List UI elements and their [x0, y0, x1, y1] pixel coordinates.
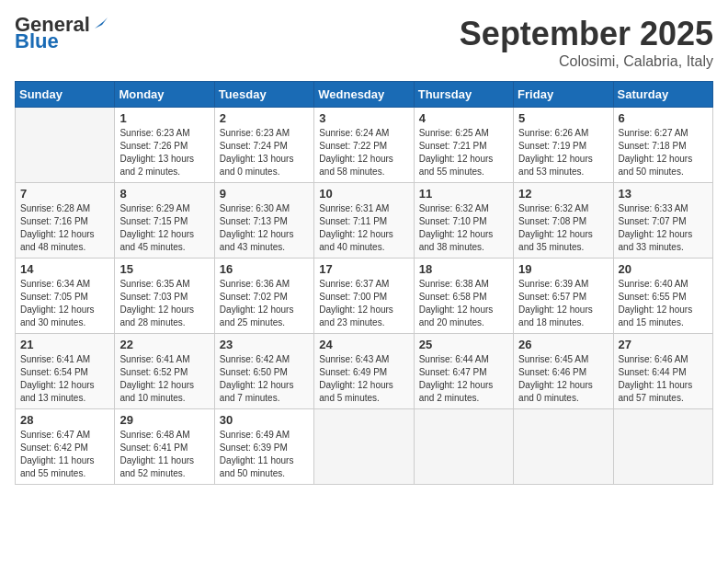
calendar-cell: 17Sunrise: 6:37 AMSunset: 7:00 PMDayligh… [314, 259, 414, 334]
day-info: Sunrise: 6:38 AMSunset: 6:58 PMDaylight:… [419, 278, 508, 329]
weekday-header: Saturday [613, 82, 712, 108]
day-info: Sunrise: 6:43 AMSunset: 6:49 PMDaylight:… [319, 353, 408, 405]
day-info: Sunrise: 6:46 AMSunset: 6:44 PMDaylight:… [619, 353, 708, 405]
calendar-cell: 6Sunrise: 6:27 AMSunset: 7:18 PMDaylight… [613, 108, 712, 183]
day-number: 11 [419, 187, 508, 201]
day-number: 8 [119, 187, 209, 201]
day-number: 23 [220, 338, 309, 351]
day-number: 15 [119, 262, 209, 276]
day-number: 28 [20, 413, 109, 427]
day-number: 18 [419, 262, 508, 276]
day-number: 9 [220, 187, 309, 201]
location-title: Colosimi, Calabria, Italy [460, 53, 713, 70]
day-number: 6 [619, 111, 708, 125]
day-info: Sunrise: 6:34 AMSunset: 7:05 PMDaylight:… [20, 278, 109, 329]
calendar-table: SundayMondayTuesdayWednesdayThursdayFrid… [15, 81, 713, 485]
calendar-cell: 23Sunrise: 6:42 AMSunset: 6:50 PMDayligh… [214, 334, 313, 409]
day-info: Sunrise: 6:23 AMSunset: 7:26 PMDaylight:… [119, 127, 209, 178]
day-number: 2 [220, 111, 309, 125]
calendar-cell: 16Sunrise: 6:36 AMSunset: 7:02 PMDayligh… [214, 259, 313, 334]
day-number: 26 [518, 338, 608, 351]
weekday-header: Wednesday [314, 82, 414, 108]
day-number: 19 [518, 262, 608, 276]
page-header: General Blue September 2025 Colosimi, Ca… [15, 15, 713, 70]
weekday-header: Tuesday [214, 82, 313, 108]
day-info: Sunrise: 6:48 AMSunset: 6:41 PMDaylight:… [119, 429, 209, 480]
calendar-cell: 22Sunrise: 6:41 AMSunset: 6:52 PMDayligh… [115, 334, 214, 409]
calendar-cell: 27Sunrise: 6:46 AMSunset: 6:44 PMDayligh… [613, 334, 712, 409]
day-number: 22 [119, 338, 209, 351]
day-info: Sunrise: 6:41 AMSunset: 6:54 PMDaylight:… [20, 353, 109, 405]
day-number: 14 [20, 262, 109, 276]
calendar-cell: 15Sunrise: 6:35 AMSunset: 7:03 PMDayligh… [115, 259, 214, 334]
calendar-cell [414, 409, 513, 485]
weekday-header: Monday [115, 82, 214, 108]
calendar-cell: 4Sunrise: 6:25 AMSunset: 7:21 PMDaylight… [414, 108, 513, 183]
day-number: 12 [518, 187, 608, 201]
day-info: Sunrise: 6:44 AMSunset: 6:47 PMDaylight:… [419, 353, 508, 405]
calendar-cell: 3Sunrise: 6:24 AMSunset: 7:22 PMDaylight… [314, 108, 414, 183]
calendar-cell [514, 409, 613, 485]
title-block: September 2025 Colosimi, Calabria, Italy [460, 15, 713, 70]
day-number: 17 [319, 262, 408, 276]
calendar-week-row: 28Sunrise: 6:47 AMSunset: 6:42 PMDayligh… [16, 409, 713, 485]
day-number: 7 [20, 187, 109, 201]
svg-marker-0 [95, 17, 108, 29]
day-number: 13 [619, 187, 708, 201]
day-number: 4 [419, 111, 508, 125]
day-info: Sunrise: 6:39 AMSunset: 6:57 PMDaylight:… [518, 278, 608, 329]
calendar-week-row: 7Sunrise: 6:28 AMSunset: 7:16 PMDaylight… [16, 183, 713, 259]
day-number: 29 [119, 413, 209, 427]
calendar-cell: 12Sunrise: 6:32 AMSunset: 7:08 PMDayligh… [514, 183, 613, 259]
calendar-cell: 30Sunrise: 6:49 AMSunset: 6:39 PMDayligh… [214, 409, 313, 485]
day-info: Sunrise: 6:47 AMSunset: 6:42 PMDaylight:… [20, 429, 109, 480]
day-info: Sunrise: 6:49 AMSunset: 6:39 PMDaylight:… [220, 429, 309, 480]
calendar-cell: 28Sunrise: 6:47 AMSunset: 6:42 PMDayligh… [16, 409, 115, 485]
day-info: Sunrise: 6:28 AMSunset: 7:16 PMDaylight:… [20, 202, 109, 254]
day-info: Sunrise: 6:45 AMSunset: 6:46 PMDaylight:… [518, 353, 608, 405]
day-info: Sunrise: 6:26 AMSunset: 7:19 PMDaylight:… [518, 127, 608, 178]
day-info: Sunrise: 6:33 AMSunset: 7:07 PMDaylight:… [619, 202, 708, 254]
calendar-cell [314, 409, 414, 485]
day-number: 1 [119, 111, 209, 125]
day-number: 27 [619, 338, 708, 351]
day-number: 21 [20, 338, 109, 351]
calendar-cell: 18Sunrise: 6:38 AMSunset: 6:58 PMDayligh… [414, 259, 513, 334]
day-number: 24 [319, 338, 408, 351]
day-info: Sunrise: 6:32 AMSunset: 7:08 PMDaylight:… [518, 202, 608, 254]
day-info: Sunrise: 6:29 AMSunset: 7:15 PMDaylight:… [119, 202, 209, 254]
calendar-cell [16, 108, 115, 183]
day-info: Sunrise: 6:23 AMSunset: 7:24 PMDaylight:… [220, 127, 309, 178]
day-number: 3 [319, 111, 408, 125]
calendar-cell [613, 409, 712, 485]
day-info: Sunrise: 6:32 AMSunset: 7:10 PMDaylight:… [419, 202, 508, 254]
day-info: Sunrise: 6:31 AMSunset: 7:11 PMDaylight:… [319, 202, 408, 254]
logo-bird-icon [91, 16, 108, 32]
calendar-cell: 21Sunrise: 6:41 AMSunset: 6:54 PMDayligh… [16, 334, 115, 409]
day-info: Sunrise: 6:35 AMSunset: 7:03 PMDaylight:… [119, 278, 209, 329]
calendar-week-row: 1Sunrise: 6:23 AMSunset: 7:26 PMDaylight… [16, 108, 713, 183]
calendar-cell: 9Sunrise: 6:30 AMSunset: 7:13 PMDaylight… [214, 183, 313, 259]
day-info: Sunrise: 6:37 AMSunset: 7:00 PMDaylight:… [319, 278, 408, 329]
day-info: Sunrise: 6:25 AMSunset: 7:21 PMDaylight:… [419, 127, 508, 178]
day-info: Sunrise: 6:41 AMSunset: 6:52 PMDaylight:… [119, 353, 209, 405]
day-number: 5 [518, 111, 608, 125]
day-number: 25 [419, 338, 508, 351]
day-number: 20 [619, 262, 708, 276]
calendar-cell: 10Sunrise: 6:31 AMSunset: 7:11 PMDayligh… [314, 183, 414, 259]
weekday-header: Friday [514, 82, 613, 108]
calendar-cell: 7Sunrise: 6:28 AMSunset: 7:16 PMDaylight… [16, 183, 115, 259]
day-info: Sunrise: 6:24 AMSunset: 7:22 PMDaylight:… [319, 127, 408, 178]
month-title: September 2025 [460, 15, 713, 53]
day-number: 16 [220, 262, 309, 276]
calendar-cell: 26Sunrise: 6:45 AMSunset: 6:46 PMDayligh… [514, 334, 613, 409]
calendar-cell: 8Sunrise: 6:29 AMSunset: 7:15 PMDaylight… [115, 183, 214, 259]
calendar-week-row: 14Sunrise: 6:34 AMSunset: 7:05 PMDayligh… [16, 259, 713, 334]
day-info: Sunrise: 6:40 AMSunset: 6:55 PMDaylight:… [619, 278, 708, 329]
calendar-cell: 25Sunrise: 6:44 AMSunset: 6:47 PMDayligh… [414, 334, 513, 409]
calendar-cell: 14Sunrise: 6:34 AMSunset: 7:05 PMDayligh… [16, 259, 115, 334]
day-number: 30 [220, 413, 309, 427]
weekday-header: Thursday [414, 82, 513, 108]
logo-blue: Blue [15, 31, 59, 52]
calendar-cell: 20Sunrise: 6:40 AMSunset: 6:55 PMDayligh… [613, 259, 712, 334]
